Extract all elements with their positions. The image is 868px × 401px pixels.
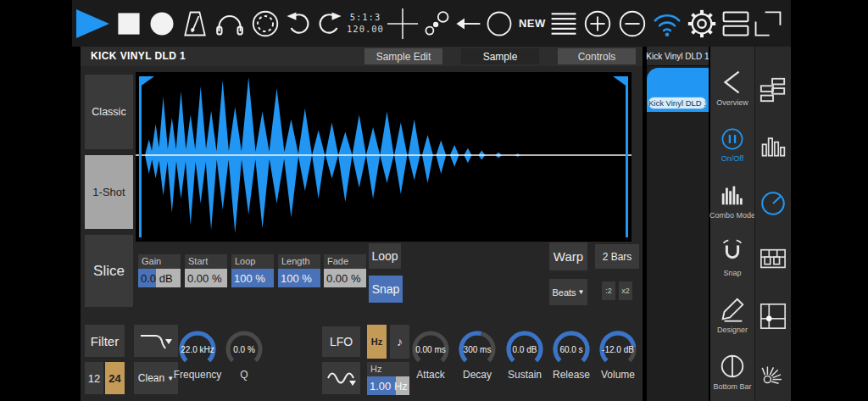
stop-icon[interactable] (114, 5, 144, 42)
warp-double-button[interactable]: x2 (619, 281, 632, 300)
undo-icon[interactable] (284, 5, 313, 42)
waveform-display[interactable] (136, 72, 632, 242)
filter-type-label: Clean (138, 372, 164, 384)
sample-editor-panel: KICK VINYL DLD 1 Sample Edit Sample Cont… (81, 47, 643, 401)
svg-text:300 ms: 300 ms (464, 345, 492, 354)
tab-controls[interactable]: Controls (558, 48, 636, 64)
param-value: 0.0 dB (138, 269, 181, 287)
level-bars-icon (760, 133, 787, 160)
svg-text:0.0 %: 0.0 % (233, 345, 255, 354)
settings-gear-icon[interactable] (686, 5, 718, 42)
param-value: 100 % (231, 269, 274, 287)
track-tab[interactable]: Kick Vinyl DLD 1 (647, 68, 709, 112)
knob-frequency[interactable]: 22.0 kHzFrequency (171, 326, 224, 381)
rail-item-on-off[interactable]: On/Off (710, 115, 754, 172)
knob-label: Q (218, 369, 270, 381)
back-arrow-icon[interactable] (454, 5, 481, 42)
view-arrange[interactable] (755, 62, 791, 119)
lfo-wave-dropdown[interactable] (322, 362, 360, 394)
warp-half-button[interactable]: :2 (602, 281, 615, 300)
loop-circle-icon[interactable] (249, 5, 281, 42)
loop-button[interactable]: Loop (369, 243, 401, 269)
combo-bars-icon (718, 182, 747, 209)
knob-q[interactable]: 0.0 %Q (218, 326, 270, 381)
lowpass-curve-icon (137, 330, 175, 352)
param-gain[interactable]: Gain0.0 dB (138, 254, 181, 287)
new-scene-icon[interactable] (484, 5, 515, 42)
param-length[interactable]: Length100 % (278, 254, 320, 287)
clock-icon (759, 189, 787, 218)
knob-attack[interactable]: 0.00 msAttack (404, 326, 457, 381)
mode-button-one-shot[interactable]: 1-Shot (85, 155, 133, 229)
split-circle-icon (718, 352, 747, 381)
record-icon[interactable] (147, 5, 177, 42)
lfo-title-button[interactable]: LFO (322, 326, 360, 357)
svg-text:22.0 kHz: 22.0 kHz (181, 345, 214, 354)
view-keyboard[interactable] (755, 231, 791, 288)
wifi-icon[interactable] (651, 5, 683, 42)
knob-sustain[interactable]: 0.0 dBSustain (498, 326, 551, 381)
mode-button-classic[interactable]: Classic (85, 75, 133, 149)
knob-label: Sustain (498, 369, 551, 381)
track-tab-panel: Kick Vinyl DLD 1 Kick Vinyl DLD 1 (647, 47, 709, 401)
mode-button-slice[interactable]: Slice (85, 235, 133, 307)
redo-icon[interactable] (315, 5, 344, 42)
lfo-rate-param[interactable]: Hz 1.00 Hz (367, 362, 409, 395)
metronome-icon[interactable] (180, 5, 210, 42)
transport-position-tempo[interactable]: 5:1:3 120.00 (347, 5, 384, 42)
knob-label: Decay (451, 369, 504, 381)
rail-item-snap[interactable]: Snap (710, 229, 754, 286)
warp-button[interactable]: Warp (549, 242, 587, 270)
knob-release[interactable]: 60.0 sRelease (545, 326, 598, 381)
view-clock[interactable] (755, 175, 791, 231)
pencil-icon (718, 295, 747, 324)
tab-sample-edit[interactable]: Sample Edit (364, 48, 442, 64)
rail-item-bottom-bar[interactable]: Bottom Bar (710, 343, 754, 399)
snap-button[interactable]: Snap (369, 276, 403, 303)
zoom-in-icon[interactable] (581, 5, 614, 42)
filter-slope-12-button[interactable]: 12 (85, 362, 103, 394)
filter-slope-24-button[interactable]: 24 (105, 362, 125, 394)
add-cross-icon[interactable] (387, 5, 419, 42)
chevron-down-icon: ▼ (578, 288, 585, 296)
view-switch-rail (754, 47, 791, 401)
track-tab-label: Kick Vinyl DLD 1 (648, 97, 707, 109)
rail-label: Bottom Bar (713, 382, 751, 391)
lfo-rate-hz-button[interactable]: Hz (367, 325, 387, 359)
knob-volume[interactable]: -12.0 dBVolume (592, 326, 644, 381)
knob-decay[interactable]: 300 msDecay (451, 326, 504, 381)
loop-end-marker[interactable] (613, 76, 628, 237)
warp-length-button[interactable]: 2 Bars (595, 244, 639, 269)
svg-text:60.0 s: 60.0 s (559, 345, 582, 354)
rail-item-combo-mode[interactable]: Combo Mode (710, 172, 754, 229)
rail-label: Overview (716, 98, 748, 107)
sample-dots-icon[interactable] (421, 5, 452, 42)
rail-item-overview[interactable]: Overview (710, 58, 754, 115)
view-fx[interactable] (755, 344, 791, 401)
view-levels[interactable] (755, 119, 791, 175)
view-xy-pad[interactable] (755, 288, 791, 345)
warp-mode-dropdown[interactable]: Beats▼ (549, 279, 587, 305)
headphones-icon[interactable] (213, 5, 247, 42)
param-loop[interactable]: Loop100 % (231, 254, 274, 287)
param-start[interactable]: Start0.00 % (185, 254, 227, 287)
lfo-rate-label: Hz (367, 362, 409, 376)
param-fade[interactable]: Fade0.00 % (324, 254, 366, 287)
clips-stack-icon[interactable] (721, 5, 751, 42)
fullscreen-corner-icon[interactable] (754, 5, 782, 42)
filter-title-button[interactable]: Filter (85, 325, 125, 357)
song-list-icon[interactable] (548, 5, 579, 42)
param-value: 0.00 % (185, 269, 227, 287)
zoom-out-icon[interactable] (616, 5, 648, 42)
page-tabs: Sample Edit Sample Controls (364, 48, 636, 64)
tab-sample[interactable]: Sample (461, 48, 539, 64)
track-panel-header: Kick Vinyl DLD 1 (647, 47, 709, 66)
rail-label: On/Off (721, 154, 743, 163)
pause-circle-icon (719, 125, 746, 153)
new-label: NEW (519, 5, 546, 42)
rail-item-designer[interactable]: Designer (710, 286, 754, 343)
screen: 5:1:3 120.00 NEW KICK VINYL DLD 1 Sample… (0, 0, 868, 401)
play-icon[interactable] (74, 5, 111, 42)
song-position: 5:1:3 (350, 12, 381, 22)
svg-text:0.0 dB: 0.0 dB (513, 345, 537, 354)
